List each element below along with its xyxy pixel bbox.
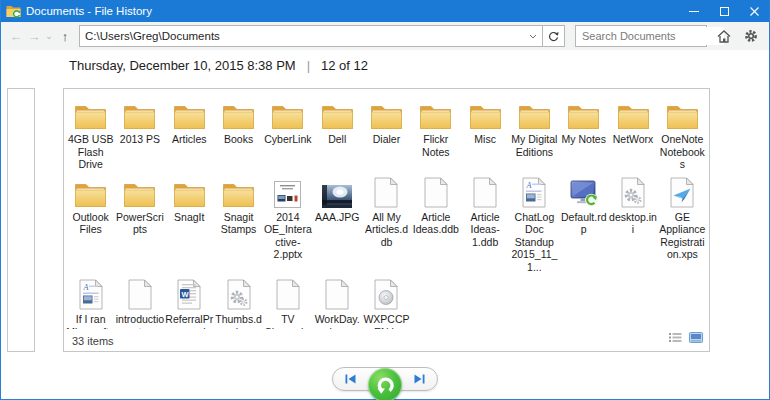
richtext-document-icon: A	[79, 279, 103, 310]
file-label: TV Channels.docx	[263, 313, 312, 329]
file-label: GE Appliance Registration.xps	[658, 211, 707, 261]
file-item[interactable]: 4GB USB Flash Drive	[66, 93, 115, 171]
file-item[interactable]: Books	[214, 93, 263, 171]
xps-document-icon	[670, 177, 694, 208]
folder-icon	[617, 103, 650, 130]
file-label: CyberLink	[264, 133, 311, 146]
photo-thumbnail-icon	[322, 185, 352, 208]
file-label: 4GB USB Flash Drive	[66, 133, 115, 171]
back-icon[interactable]: ←	[7, 29, 25, 44]
file-item[interactable]: W ReferralProgram.doc	[165, 273, 214, 329]
file-label: Dialer	[373, 133, 400, 146]
file-label: My Digital Editions	[510, 133, 559, 158]
content-area: Thursday, December 10, 2015 8:38 PM | 12…	[1, 50, 769, 399]
next-version-button[interactable]	[410, 369, 428, 389]
previous-version-button[interactable]	[342, 369, 360, 389]
window-title: Documents - File History	[26, 5, 679, 17]
file-item[interactable]: My Digital Editions	[510, 93, 559, 171]
file-item[interactable]: OneNote Notebooks	[658, 93, 707, 171]
previous-version-panel-edge[interactable]	[7, 88, 35, 352]
file-label: WXPCCP_EN.iso	[362, 313, 411, 329]
address-dropdown-icon[interactable]	[524, 34, 542, 39]
search-input[interactable]	[576, 27, 724, 45]
file-label: Article Ideas.ddb	[411, 211, 460, 236]
file-item[interactable]: TV Channels.docx	[263, 273, 312, 329]
minimize-icon[interactable]	[679, 0, 709, 22]
file-item[interactable]: Article Ideas.ddb	[411, 171, 460, 274]
file-item[interactable]: Flickr Notes	[411, 93, 460, 171]
file-item[interactable]: CyberLink	[263, 93, 312, 171]
system-file-icon	[621, 177, 645, 208]
up-icon[interactable]: ↑	[55, 29, 75, 44]
folder-icon	[173, 181, 206, 208]
file-item[interactable]: WorkDay.docx	[313, 273, 362, 329]
file-item[interactable]: Outlook Files	[66, 171, 115, 274]
remote-desktop-icon	[568, 178, 600, 208]
file-item[interactable]: Misc	[461, 93, 510, 171]
file-item[interactable]: GE Appliance Registration.xps	[658, 171, 707, 274]
file-item[interactable]: A If I ran Microsoft.rtf	[66, 273, 115, 329]
file-item[interactable]: introduction-to-connected-standby.docx	[115, 273, 164, 329]
recent-locations-icon[interactable]: ⌄	[43, 31, 55, 41]
file-item[interactable]: 2013 PS	[115, 93, 164, 171]
file-item[interactable]: SnagIt	[165, 171, 214, 274]
settings-button[interactable]	[741, 25, 761, 47]
file-label: OneNote Notebooks	[658, 133, 707, 171]
file-label: 2013 PS	[120, 133, 160, 146]
title-bar: Documents - File History	[1, 0, 769, 22]
file-item[interactable]: Dell	[313, 93, 362, 171]
thumbnail-view-icon[interactable]	[689, 329, 703, 347]
version-position: 12 of 12	[321, 58, 368, 73]
folder-icon	[370, 103, 403, 130]
file-item[interactable]: NetWorx	[609, 93, 658, 171]
folder-icon	[419, 103, 452, 130]
home-icon	[717, 30, 731, 43]
svg-text:W: W	[182, 290, 190, 299]
folder-icon	[222, 103, 255, 130]
address-input[interactable]	[80, 27, 524, 45]
file-item[interactable]: Default.rdp	[559, 171, 608, 274]
file-label: Flickr Notes	[411, 133, 460, 158]
file-item[interactable]: All My Articles.ddb	[362, 171, 411, 274]
file-item[interactable]: A ChatLog Doc Standup 2015_11_1...	[510, 171, 559, 274]
header-separator: |	[307, 58, 310, 73]
folder-icon	[123, 181, 156, 208]
file-item[interactable]: Article Ideas-1.ddb	[461, 171, 510, 274]
restore-button[interactable]	[368, 368, 402, 400]
previous-icon	[345, 374, 357, 384]
file-item[interactable]: desktop.ini	[609, 171, 658, 274]
file-item[interactable]: Snagit Stamps	[214, 171, 263, 274]
address-bar[interactable]	[79, 25, 543, 47]
file-item[interactable]: PowerScripts	[115, 171, 164, 274]
file-label: Thumbs.db	[214, 313, 263, 329]
word-document-icon: W	[177, 279, 201, 310]
search-box[interactable]	[575, 25, 707, 47]
next-icon	[413, 374, 425, 384]
close-icon[interactable]	[739, 0, 769, 22]
file-label: PowerScripts	[115, 211, 164, 236]
details-view-icon[interactable]	[669, 329, 682, 347]
refresh-button[interactable]	[543, 25, 565, 47]
file-label: ChatLog Doc Standup 2015_11_1...	[510, 211, 559, 274]
file-item[interactable]: 2014 OE_Interactive-2.pptx	[263, 171, 312, 274]
file-item[interactable]: Dialer	[362, 93, 411, 171]
file-label: Articles	[172, 133, 206, 146]
file-item[interactable]: AAA.JPG	[313, 171, 362, 274]
file-label: SnagIt	[174, 211, 204, 224]
system-file-icon	[227, 279, 251, 310]
home-button[interactable]	[714, 25, 734, 47]
file-item[interactable]: My Notes	[559, 93, 608, 171]
file-item[interactable]: WXPCCP_EN.iso	[362, 273, 411, 329]
file-item[interactable]: Articles	[165, 93, 214, 171]
file-label: WorkDay.docx	[313, 313, 362, 329]
items-count-status: 33 items	[72, 335, 114, 347]
file-label: introduction-to-connected-standby.docx	[115, 313, 164, 329]
forward-icon[interactable]: →	[25, 29, 43, 44]
file-item[interactable]: Thumbs.db	[214, 273, 263, 329]
maximize-icon[interactable]	[709, 0, 739, 22]
file-label: All My Articles.ddb	[362, 211, 411, 249]
blank-document-icon	[424, 177, 448, 208]
file-label: Dell	[328, 133, 346, 146]
file-label: desktop.ini	[609, 211, 658, 236]
file-label: My Notes	[562, 133, 606, 146]
